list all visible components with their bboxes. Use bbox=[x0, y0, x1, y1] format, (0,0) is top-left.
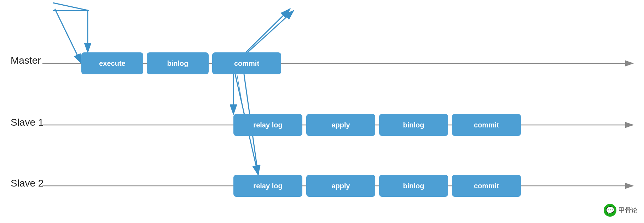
box-master-execute: execute bbox=[81, 52, 143, 74]
watermark-icon: 💬 bbox=[604, 204, 616, 217]
label-slave2: Slave 2 bbox=[11, 178, 43, 189]
watermark: 💬 甲骨论 bbox=[604, 204, 638, 217]
diagram: MasterexecutebinlogcommitSlave 1relay lo… bbox=[0, 0, 644, 223]
box-master-commit: commit bbox=[212, 52, 281, 74]
box-master-binlog: binlog bbox=[147, 52, 209, 74]
label-slave1: Slave 1 bbox=[11, 117, 43, 128]
box-slave1-relay-log: relay log bbox=[233, 114, 302, 136]
box-slave2-relay-log: relay log bbox=[233, 175, 302, 197]
box-slave2-commit: commit bbox=[452, 175, 521, 197]
svg-line-7 bbox=[53, 3, 89, 11]
box-slave2-apply: apply bbox=[306, 175, 375, 197]
box-slave1-binlog: binlog bbox=[379, 114, 448, 136]
label-master: Master bbox=[11, 55, 41, 66]
box-slave1-commit: commit bbox=[452, 114, 521, 136]
box-slave2-binlog: binlog bbox=[379, 175, 448, 197]
box-slave1-apply: apply bbox=[306, 114, 375, 136]
watermark-text: 甲骨论 bbox=[619, 206, 638, 215]
svg-line-8 bbox=[248, 11, 294, 52]
